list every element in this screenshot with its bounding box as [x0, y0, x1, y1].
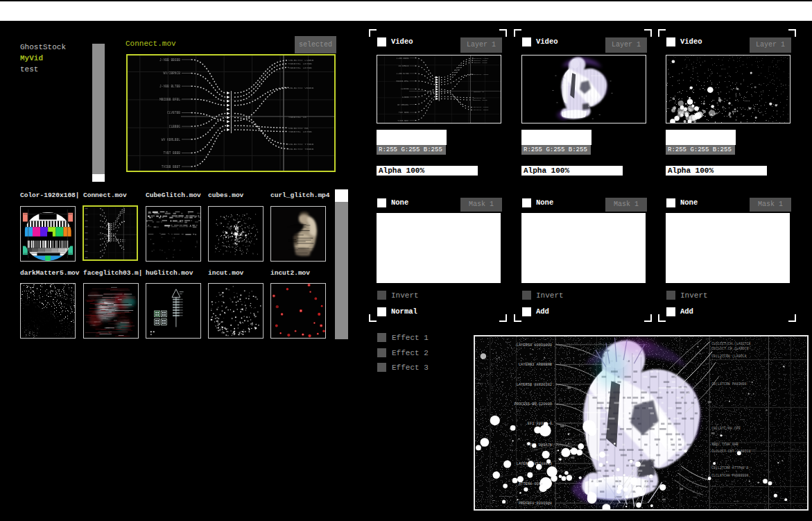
svg-text:LAYERSH 80008800: LAYERSH 80008800 [517, 343, 552, 348]
svg-text:TVIBB BBBT: TVIBB BBBT [397, 120, 409, 122]
svg-text:WV KBRLBBL: WV KBRLBBL [397, 104, 409, 106]
svg-text:SBLBCTIV TTBBB: SBLBCTIV TTBBB [474, 107, 489, 109]
svg-text:CLCLCCT/CH (LA92TC8: CLCLCCT/CH (LA92TC8 [711, 342, 750, 345]
svg-text:TBBBTBL LBTBB: TBBBTBL LBTBB [288, 62, 312, 65]
svg-text:CLVBTBB: CLVBTBB [401, 88, 409, 90]
svg-text:TVBT BBBB: TVBT BBBB [164, 151, 181, 155]
svg-text:CLCL8TCHH PH8B8998: CLCL8TCHH PH8B8998 [711, 474, 748, 477]
svg-text:LAYERB2 ARBRBRB: LAYERB2 ARBRBRB [519, 363, 552, 367]
svg-text:PROCESS-BR G20800: PROCESS-BR G20800 [515, 402, 553, 407]
svg-text:SBLBCTIV BB: SBLBCTIV BB [288, 126, 309, 130]
svg-text:LAYERSB 88820382: LAYERSB 88820382 [517, 383, 552, 387]
svg-text:J-VBB BLTBB: J-VBB BLTBB [159, 85, 180, 88]
svg-text:CLCLCCT CH (LA9DC8: CLCLCCT CH (LA9DC8 [711, 347, 748, 350]
svg-text:WV/IBRNCB: WV/IBRNCB [164, 72, 181, 76]
svg-text:MBIDBB BFBL: MBIDBB BFBL [397, 80, 409, 83]
svg-text:8B@/ TCHH 8HB: 8B@/ TCHH 8HB [711, 443, 738, 446]
svg-text:J-VBB BBGBB: J-VBB BBGBB [159, 58, 180, 62]
svg-text:TBBBTBL LBTBB: TBBBTBL LBTBB [288, 66, 312, 69]
svg-text:MBIDBB BFBL: MBIDBB BFBL [159, 98, 180, 101]
svg-text:C8(L8TCRH PA83H98: C8(L8TCRH PA83H98 [711, 382, 746, 386]
svg-text:SBLBCTIV VBBBB: SBLBCTIV VBBBB [288, 86, 314, 89]
svg-text:WV KBRLBBL: WV KBRLBBL [162, 138, 180, 142]
svg-text:CLBBBG: CLBBBG [402, 96, 409, 99]
svg-text:SBLBCTIV TTBBB: SBLBCTIV TTBBB [288, 142, 314, 146]
svg-text:C8(L2TCRH ATTPH8 8: C8(L2TCRH ATTPH8 8 [711, 466, 748, 470]
svg-text:EF1 88029-8: EF1 88029-8 [528, 422, 552, 426]
svg-text:TBBBTBL LBTBB: TBBBTBL LBTBB [474, 60, 488, 62]
svg-text:PREFBF8 R8809@8: PREFBF8 R8809@8 [519, 502, 552, 506]
svg-text:SBLBCTIV BB: SBLBCTIV BB [474, 97, 486, 99]
svg-text:TVIBB BBBT: TVIBB BBBT [162, 165, 180, 169]
svg-text:CLBBBG: CLBBBG [169, 125, 181, 128]
svg-text:SBLBCTIV TBBBB: SBLBCTIV TBBBB [474, 110, 489, 112]
svg-text:TVBT BBBB: TVBT BBBB [399, 112, 409, 114]
svg-text:TBBBTBL LBTBB: TBBBTBL LBTBB [474, 99, 488, 101]
svg-text:J-VBB BBGBB: J-VBB BBGBB [397, 58, 409, 60]
svg-text:TBBBTBL LB: TBBBTBL LB [288, 115, 306, 119]
svg-text:TBBBTBL LB: TBBBTBL LB [474, 91, 485, 93]
svg-text:CLVBTBB: CLVBTBB [167, 111, 180, 114]
svg-text:C8(L8TC/RH CP8: C8(L8TC/RH CP8 [711, 427, 741, 430]
svg-text:J-VBB BLTBB: J-VBB BLTBB [397, 73, 409, 75]
svg-text:TBBBTBL LBTBB: TBBBTBL LBTBB [474, 62, 488, 64]
svg-text:TBBBTBL LBTBB: TBBBTBL LBTBB [288, 130, 312, 133]
svg-text:SBLBCTIV TBBBB: SBLBCTIV TBBBB [288, 147, 314, 151]
svg-text:LAYER-B 85288889: LAYER-B 85288889 [517, 462, 552, 466]
svg-text:WV/IBRNCB: WV/IBRNCB [399, 65, 409, 67]
svg-text:SBLBCTIV VBBBB: SBLBCTIV VBBBB [474, 74, 489, 76]
svg-text:CLCLCCT CDT (LA9TC8: CLCLCCT CDT (LA9TC8 [711, 450, 750, 453]
svg-text:C8(L2TCRH (LA9PL8: C8(L2TCRH (LA9PL8 [711, 355, 746, 358]
